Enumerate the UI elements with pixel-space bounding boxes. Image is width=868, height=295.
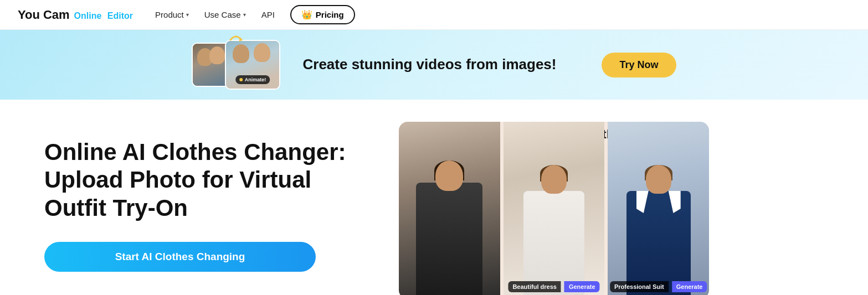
preview-col-2: Beautiful dress Generate bbox=[504, 122, 605, 295]
right-panel: Your photo Free AI Clothes Changer B bbox=[399, 122, 709, 295]
clothes-preview: Your photo Free AI Clothes Changer B bbox=[399, 122, 709, 295]
nav-api[interactable]: API bbox=[261, 10, 275, 19]
banner-arrow bbox=[228, 32, 244, 50]
chevron-down-icon: ▾ bbox=[243, 12, 246, 18]
banner-headline: Create stunning videos from images! bbox=[302, 55, 579, 74]
animate-badge: Animate! bbox=[236, 75, 270, 84]
banner-images: Animate! bbox=[192, 40, 280, 90]
dress-label: Beautiful dress bbox=[508, 281, 561, 292]
logo-online: Online bbox=[74, 11, 102, 21]
pricing-label: Pricing bbox=[316, 10, 344, 19]
person-figure-1 bbox=[405, 155, 494, 295]
logo-editor: Editor bbox=[105, 11, 133, 21]
try-now-button[interactable]: Try Now bbox=[602, 53, 676, 77]
main-content: Online AI Clothes Changer: Upload Photo … bbox=[0, 100, 868, 295]
body-white bbox=[523, 191, 584, 295]
body-suit bbox=[626, 191, 691, 295]
crown-icon: 👑 bbox=[301, 9, 312, 20]
body-dark bbox=[416, 183, 482, 295]
logo-cam: Cam bbox=[43, 8, 70, 22]
head-2 bbox=[541, 165, 567, 194]
logo[interactable]: YouCam Online Editor bbox=[18, 8, 133, 22]
navbar: YouCam Online Editor Product ▾ Use Case … bbox=[0, 0, 868, 30]
dress-generate-button[interactable]: Generate bbox=[564, 281, 600, 292]
head-1 bbox=[435, 161, 463, 191]
dress-badge: Beautiful dress Generate bbox=[508, 281, 599, 292]
hero-title-line1: Online AI Clothes Changer: bbox=[44, 139, 346, 165]
animate-label: Animate! bbox=[245, 77, 266, 82]
start-ai-button[interactable]: Start AI Clothes Changing bbox=[44, 242, 316, 272]
pricing-button[interactable]: 👑 Pricing bbox=[290, 5, 355, 24]
left-panel: Online AI Clothes Changer: Upload Photo … bbox=[44, 122, 366, 272]
nav-use-case[interactable]: Use Case ▾ bbox=[204, 10, 246, 19]
head-3 bbox=[646, 165, 671, 194]
suit-label: Professional Suit bbox=[610, 281, 669, 292]
nav-items: Product ▾ Use Case ▾ API 👑 Pricing bbox=[155, 5, 850, 24]
promo-banner: Animate! Create stunning videos from ima… bbox=[0, 30, 868, 100]
preview-col-3: Professional Suit Generate bbox=[608, 122, 709, 295]
nav-product-label: Product bbox=[155, 10, 184, 19]
suit-badge: Professional Suit Generate bbox=[610, 281, 707, 292]
preview-col-1 bbox=[399, 122, 500, 295]
hero-title-line3: Outfit Try-On bbox=[44, 195, 188, 221]
person-figure-3 bbox=[620, 161, 697, 295]
person-figure-2 bbox=[515, 161, 593, 295]
nav-use-case-label: Use Case bbox=[204, 10, 241, 19]
animate-dot bbox=[240, 78, 243, 81]
chevron-down-icon: ▾ bbox=[186, 12, 189, 18]
nav-product[interactable]: Product ▾ bbox=[155, 10, 189, 19]
nav-api-label: API bbox=[261, 10, 275, 19]
hero-title-line2: Upload Photo for Virtual bbox=[44, 167, 311, 193]
banner-text: Create stunning videos from images! bbox=[302, 55, 579, 74]
logo-you: You bbox=[18, 8, 40, 22]
hero-title: Online AI Clothes Changer: Upload Photo … bbox=[44, 138, 366, 222]
suit-generate-button[interactable]: Generate bbox=[672, 281, 707, 292]
